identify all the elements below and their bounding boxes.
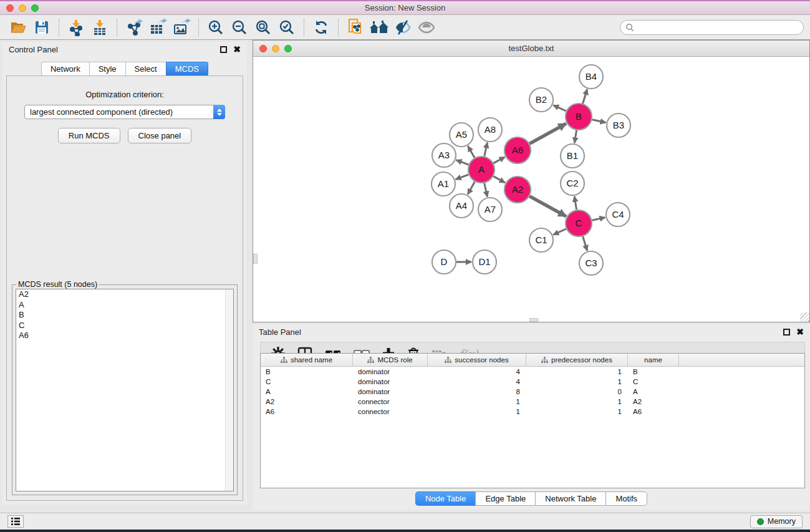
cell-successor-nodes[interactable]: 4 (428, 377, 526, 387)
column-header-MCDS-role[interactable]: MCDS role (353, 354, 428, 366)
cell-predecessor-nodes[interactable]: 1 (526, 407, 628, 417)
search-input[interactable] (637, 23, 798, 32)
resize-grip[interactable] (800, 312, 809, 322)
zoom-selected-button[interactable] (275, 17, 299, 37)
graph-edge-A-A6[interactable] (493, 157, 504, 163)
export-table-button[interactable] (146, 17, 170, 37)
float-panel-icon[interactable] (783, 329, 790, 336)
result-item[interactable]: B (16, 310, 233, 321)
table-row[interactable]: A6connector11A6 (261, 407, 804, 417)
network-graph[interactable]: B4B2BB3A5A8A6B1A3AC2A1A2A4A7C4CC1C3DD1 (253, 57, 809, 322)
save-session-button[interactable] (30, 17, 54, 37)
table-row[interactable]: Bdominator41B (261, 367, 804, 377)
open-file-button[interactable] (6, 17, 30, 37)
close-panel-icon[interactable]: ✖ (796, 329, 804, 336)
mcds-result-list[interactable]: A2ABCA6 (16, 289, 234, 491)
zoom-in-button[interactable] (204, 17, 228, 37)
cell-MCDS-role[interactable]: dominator (353, 367, 428, 377)
cell-successor-nodes[interactable]: 1 (428, 407, 526, 417)
cell-successor-nodes[interactable]: 4 (428, 367, 526, 377)
cell-name[interactable]: A (628, 387, 679, 397)
import-table-button[interactable] (88, 17, 112, 37)
tab-select[interactable]: Select (125, 62, 166, 76)
task-history-button[interactable] (7, 515, 24, 528)
cell-predecessor-nodes[interactable]: 1 (526, 397, 628, 407)
graph-edge-A-A5[interactable] (468, 146, 475, 158)
graph-edge-B-B1[interactable] (574, 130, 576, 143)
network-minimize-button[interactable] (272, 45, 279, 52)
graph-edge-C-C4[interactable] (592, 218, 605, 221)
graph-edge-A2-C[interactable] (529, 196, 566, 216)
tab-node-table[interactable]: Node Table (415, 491, 476, 506)
network-canvas[interactable]: B4B2BB3A5A8A6B1A3AC2A1A2A4A7C4CC1C3DD1 (253, 57, 809, 322)
graph-edge-A-A4[interactable] (468, 181, 475, 194)
graph-edge-A-A2[interactable] (493, 177, 505, 183)
cell-successor-nodes[interactable]: 8 (428, 387, 526, 397)
result-item[interactable]: A2 (16, 289, 233, 300)
graph-edge-A6-B[interactable] (529, 123, 566, 143)
hide-graphics-details-button[interactable] (391, 17, 415, 37)
float-panel-icon[interactable] (220, 46, 227, 53)
result-scrollbar[interactable] (225, 289, 233, 491)
result-item[interactable]: A (16, 300, 233, 311)
tab-network[interactable]: Network (41, 62, 89, 76)
graph-edge-A-A8[interactable] (485, 143, 488, 157)
tab-motifs[interactable]: Motifs (605, 491, 647, 506)
cell-shared-name[interactable]: B (261, 367, 353, 377)
table-row[interactable]: A2connector11A2 (261, 397, 804, 407)
cell-shared-name[interactable]: A6 (261, 407, 353, 417)
cell-MCDS-role[interactable]: dominator (353, 377, 428, 387)
graph-edge-A-A3[interactable] (456, 160, 469, 165)
result-item[interactable]: A6 (16, 331, 233, 341)
table-row[interactable]: Adominator80A (261, 387, 804, 397)
zoom-window-button[interactable] (31, 4, 39, 12)
cell-MCDS-role[interactable]: dominator (353, 387, 428, 397)
table-row[interactable]: Cdominator41C (261, 377, 804, 387)
close-panel-icon[interactable]: ✖ (233, 46, 241, 53)
cell-predecessor-nodes[interactable]: 1 (526, 367, 628, 377)
network-close-button[interactable] (259, 45, 267, 52)
cell-shared-name[interactable]: C (261, 377, 353, 387)
cell-successor-nodes[interactable]: 1 (428, 397, 526, 407)
tab-style[interactable]: Style (89, 62, 125, 76)
column-header-name[interactable]: name (628, 354, 679, 366)
vertical-scrollbar-stub[interactable] (253, 254, 258, 264)
column-header-successor-nodes[interactable]: successor nodes (428, 354, 526, 366)
export-image-button[interactable] (170, 17, 193, 37)
network-zoom-button[interactable] (284, 45, 292, 52)
column-header-predecessor-nodes[interactable]: predecessor nodes (526, 354, 628, 366)
graph-edge-A-A7[interactable] (485, 183, 488, 197)
cell-MCDS-role[interactable]: connector (353, 407, 428, 417)
memory-button[interactable]: Memory (750, 515, 803, 528)
cell-shared-name[interactable]: A (261, 387, 353, 397)
horizontal-scrollbar-stub[interactable] (529, 318, 538, 322)
optimization-criterion-select[interactable]: largest connected component (directed) (24, 105, 225, 119)
result-item[interactable]: C (16, 321, 233, 331)
tab-edge-table[interactable]: Edge Table (475, 491, 535, 506)
minimize-window-button[interactable] (19, 4, 26, 12)
close-panel-button[interactable]: Close panel (128, 128, 192, 143)
first-neighbors-button[interactable] (367, 17, 391, 37)
cell-MCDS-role[interactable]: connector (353, 397, 428, 407)
graph-edge-B-B2[interactable] (553, 105, 566, 111)
run-mcds-button[interactable]: Run MCDS (58, 128, 120, 143)
graph-edge-B-B4[interactable] (583, 89, 587, 104)
cell-name[interactable]: A6 (628, 407, 679, 417)
duplicate-network-button[interactable] (344, 17, 367, 37)
graph-edge-C-C2[interactable] (574, 196, 576, 210)
show-graphics-details-button[interactable] (415, 17, 438, 37)
cell-predecessor-nodes[interactable]: 0 (526, 387, 628, 397)
zoom-fit-button[interactable] (251, 17, 275, 37)
import-network-button[interactable] (64, 17, 88, 37)
tab-network-table[interactable]: Network Table (535, 491, 605, 506)
graph-edge-B-B3[interactable] (592, 120, 606, 123)
graph-edge-A-A1[interactable] (456, 175, 469, 180)
cell-name[interactable]: C (628, 377, 679, 387)
search-box[interactable] (620, 20, 804, 35)
zoom-out-button[interactable] (228, 17, 251, 37)
network-window-titlebar[interactable]: testGlobe.txt (253, 41, 809, 57)
graph-edge-C-C3[interactable] (583, 236, 587, 251)
cell-predecessor-nodes[interactable]: 1 (526, 377, 628, 387)
tab-mcds[interactable]: MCDS (166, 62, 208, 76)
graph-edge-C-C1[interactable] (553, 229, 566, 235)
